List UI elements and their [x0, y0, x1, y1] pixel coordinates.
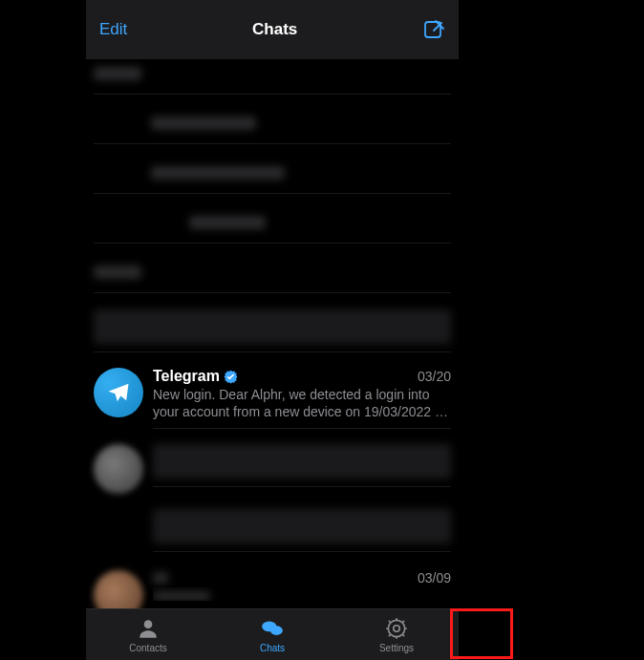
chat-name: Telegram	[153, 368, 238, 385]
tab-chats[interactable]: Chats	[210, 609, 334, 660]
chat-date: 03/20	[418, 369, 451, 384]
compose-button[interactable]	[422, 18, 445, 41]
chats-icon	[260, 616, 285, 641]
chat-row-redacted[interactable]	[86, 109, 459, 159]
settings-icon	[384, 616, 409, 641]
chat-row-redacted[interactable]	[86, 159, 459, 208]
chat-row-redacted[interactable]	[86, 208, 459, 258]
svg-point-1	[144, 620, 153, 628]
chat-date: 03/09	[418, 570, 451, 585]
chat-row-redacted[interactable]	[86, 501, 459, 563]
app-frame: Edit Chats	[86, 0, 459, 660]
compose-icon	[422, 18, 445, 41]
page-title: Chats	[252, 20, 297, 39]
tab-label: Settings	[379, 643, 414, 653]
chat-list[interactable]: Telegram 03/20 New login. Dear Alphr, we…	[86, 59, 459, 608]
tab-label: Contacts	[129, 643, 166, 653]
svg-point-4	[388, 620, 404, 636]
chat-row-redacted[interactable]	[86, 59, 459, 109]
avatar-telegram	[94, 368, 143, 417]
tab-contacts[interactable]: Contacts	[86, 609, 210, 660]
tab-label: Chats	[260, 643, 285, 653]
svg-point-5	[394, 626, 400, 632]
chat-row-redacted[interactable]	[86, 258, 459, 302]
header-bar: Edit Chats	[86, 0, 459, 59]
chat-row-redacted[interactable]	[86, 302, 459, 360]
tab-settings[interactable]: Settings	[334, 609, 459, 660]
telegram-icon	[105, 379, 132, 406]
annotation-highlight	[450, 608, 513, 659]
chat-row[interactable]: 03/09	[86, 563, 459, 608]
edit-button[interactable]: Edit	[99, 20, 127, 39]
chat-row-redacted[interactable]	[86, 436, 459, 501]
tab-bar: Contacts Chats Settings	[86, 608, 459, 660]
chat-preview: New login. Dear Alphr, we detected a log…	[153, 387, 451, 420]
verified-icon	[224, 370, 238, 384]
svg-point-3	[270, 626, 283, 635]
avatar	[94, 444, 143, 494]
contacts-icon	[136, 616, 161, 641]
chat-row-telegram[interactable]: Telegram 03/20 New login. Dear Alphr, we…	[86, 360, 459, 436]
avatar	[94, 570, 143, 608]
